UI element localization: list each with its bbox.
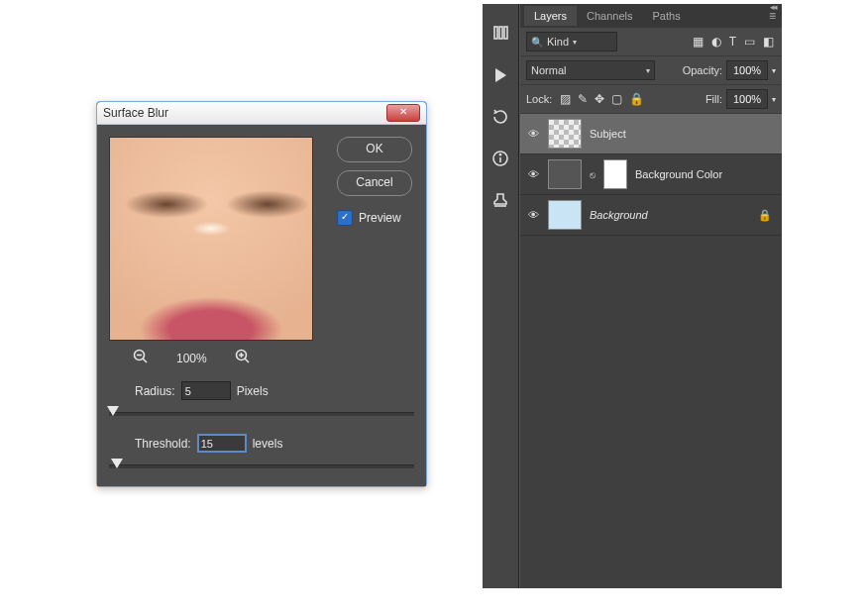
ok-button[interactable]: OK xyxy=(337,137,412,162)
preview-checkbox-row[interactable]: ✓ Preview xyxy=(337,210,412,226)
threshold-slider[interactable] xyxy=(109,457,414,470)
blend-row: Normal ▾ Opacity: 100% ▾ xyxy=(520,56,782,85)
zoom-value: 100% xyxy=(176,352,207,365)
layers-panel: Layers Channels Paths ≡ 🔍 Kind ▾ ▦ ◐ T ▭… xyxy=(519,4,782,588)
opacity-caret[interactable]: ▾ xyxy=(772,66,776,75)
lock-icon: 🔒 xyxy=(758,209,772,222)
surface-blur-dialog: Surface Blur ✕ 100% Radius: Pixels Thres… xyxy=(96,101,427,487)
tool-strip xyxy=(483,4,519,588)
link-icon[interactable]: ⎋ xyxy=(590,169,596,180)
layer-name[interactable]: Background xyxy=(590,209,648,221)
svg-rect-9 xyxy=(504,27,507,39)
info-icon[interactable] xyxy=(488,147,512,170)
radius-slider[interactable] xyxy=(109,404,414,418)
layer-row[interactable]: 👁 ⎋ Background Color xyxy=(520,154,782,195)
cancel-button[interactable]: Cancel xyxy=(337,170,412,196)
preview-label: Preview xyxy=(359,211,401,225)
slider-thumb[interactable] xyxy=(107,406,119,416)
svg-point-13 xyxy=(499,154,500,155)
layer-row[interactable]: 👁 Background 🔒 xyxy=(520,195,782,236)
fill-value[interactable]: 100% xyxy=(726,89,768,109)
svg-rect-8 xyxy=(499,27,502,39)
layer-thumbnail[interactable] xyxy=(548,200,582,230)
dialog-body: 100% Radius: Pixels Threshold: levels OK… xyxy=(97,125,426,486)
lock-all-icon[interactable]: 🔒 xyxy=(629,92,644,106)
collapse-icon[interactable]: ◂◂ xyxy=(770,2,776,12)
filter-type-icon[interactable]: T xyxy=(729,35,736,49)
threshold-unit: levels xyxy=(253,437,283,451)
threshold-row: Threshold: levels xyxy=(135,434,414,453)
filter-icons: ▦ ◐ T ▭ ◧ xyxy=(621,35,776,49)
threshold-input[interactable] xyxy=(197,434,247,453)
dialog-buttons: OK Cancel ✓ Preview xyxy=(337,137,412,226)
svg-line-1 xyxy=(143,359,147,362)
kind-dropdown[interactable]: 🔍 Kind ▾ xyxy=(526,32,617,51)
dialog-title: Surface Blur xyxy=(103,106,386,120)
svg-rect-7 xyxy=(494,27,497,39)
zoom-controls: 100% xyxy=(133,349,414,367)
filter-shape-icon[interactable]: ▭ xyxy=(744,35,755,49)
blend-mode-value: Normal xyxy=(531,64,566,76)
mask-thumbnail[interactable] xyxy=(603,159,627,189)
close-button[interactable]: ✕ xyxy=(386,104,420,122)
slider-thumb[interactable] xyxy=(111,459,123,468)
kind-label: Kind xyxy=(547,36,569,48)
fill-label: Fill: xyxy=(705,93,722,105)
filter-smart-icon[interactable]: ◧ xyxy=(763,35,774,49)
slider-track xyxy=(109,464,414,468)
filter-pixel-icon[interactable]: ▦ xyxy=(693,35,704,49)
zoom-in-icon[interactable] xyxy=(235,349,251,367)
zoom-out-icon[interactable] xyxy=(133,349,149,367)
fill-caret[interactable]: ▾ xyxy=(772,95,776,104)
layer-row[interactable]: 👁 Subject xyxy=(520,114,782,154)
brushes-icon[interactable] xyxy=(488,22,512,46)
lock-row: Lock: ▨ ✎ ✥ ▢ 🔒 Fill: 100% ▾ xyxy=(520,85,782,114)
rotate-icon[interactable] xyxy=(488,105,512,129)
panels: ◂◂ Layers Channels Paths ≡ 🔍 Kind ▾ ▦ ◐ … xyxy=(483,4,782,588)
stamp-icon[interactable] xyxy=(488,188,512,212)
lock-transparent-icon[interactable]: ▨ xyxy=(560,92,571,106)
blend-mode-dropdown[interactable]: Normal ▾ xyxy=(526,60,655,80)
layer-name[interactable]: Background Color xyxy=(635,168,722,180)
radius-input[interactable] xyxy=(181,381,231,400)
play-icon[interactable] xyxy=(488,63,512,87)
lock-artboard-icon[interactable]: ▢ xyxy=(611,92,622,106)
svg-line-4 xyxy=(245,359,249,362)
lock-pixel-icon[interactable]: ✎ xyxy=(578,92,588,106)
lock-label: Lock: xyxy=(526,93,552,105)
radius-row: Radius: Pixels xyxy=(135,381,414,400)
tab-paths[interactable]: Paths xyxy=(643,6,691,26)
radius-label: Radius: xyxy=(135,384,175,398)
preview-checkbox[interactable]: ✓ xyxy=(337,210,353,226)
opacity-value[interactable]: 100% xyxy=(726,60,768,80)
layer-name[interactable]: Subject xyxy=(590,128,626,140)
filter-adjust-icon[interactable]: ◐ xyxy=(711,35,721,49)
layer-thumbnail[interactable] xyxy=(548,119,582,149)
tab-layers[interactable]: Layers xyxy=(524,6,577,26)
slider-track xyxy=(109,412,414,416)
radius-unit: Pixels xyxy=(237,384,269,398)
opacity-label: Opacity: xyxy=(683,64,722,76)
preview-image[interactable] xyxy=(109,137,313,341)
threshold-label: Threshold: xyxy=(135,437,191,451)
tab-channels[interactable]: Channels xyxy=(577,6,642,26)
panel-tabs: Layers Channels Paths ≡ xyxy=(520,4,782,28)
visibility-icon[interactable]: 👁 xyxy=(526,168,540,180)
lock-position-icon[interactable]: ✥ xyxy=(595,92,604,106)
svg-marker-10 xyxy=(495,68,506,82)
layer-thumbnail[interactable] xyxy=(548,159,582,189)
filter-row: 🔍 Kind ▾ ▦ ◐ T ▭ ◧ xyxy=(520,28,782,56)
layer-list: 👁 Subject 👁 ⎋ Background Color 👁 Backgro… xyxy=(520,114,782,588)
dialog-titlebar[interactable]: Surface Blur ✕ xyxy=(97,102,426,125)
visibility-icon[interactable]: 👁 xyxy=(526,128,540,140)
visibility-icon[interactable]: 👁 xyxy=(526,209,540,221)
